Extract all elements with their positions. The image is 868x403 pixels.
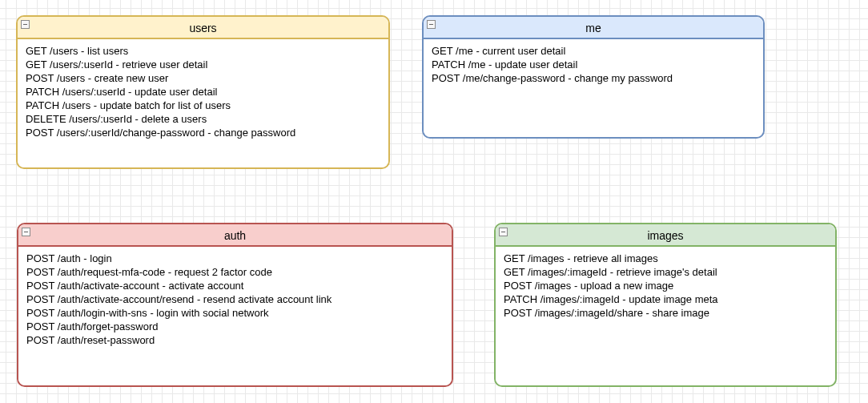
panel-me-title: me [585, 22, 601, 34]
panel-auth-body: POST /auth - login POST /auth/request-mf… [18, 247, 452, 385]
panel-me-body: GET /me - current user detail PATCH /me … [424, 39, 763, 137]
panel-images[interactable]: images GET /images - retrieve all images… [494, 223, 837, 387]
panel-images-body: GET /images - retrieve all images GET /i… [496, 247, 835, 385]
collapse-icon[interactable] [21, 20, 30, 29]
diagram-canvas[interactable]: users GET /users - list users GET /users… [0, 0, 868, 403]
panel-images-header[interactable]: images [496, 224, 835, 247]
panel-images-title: images [647, 229, 683, 242]
panel-users[interactable]: users GET /users - list users GET /users… [16, 15, 390, 169]
panel-me[interactable]: me GET /me - current user detail PATCH /… [422, 15, 765, 139]
panel-auth[interactable]: auth POST /auth - login POST /auth/reque… [17, 223, 453, 387]
collapse-icon[interactable] [427, 20, 436, 29]
collapse-icon[interactable] [22, 228, 30, 236]
panel-auth-header[interactable]: auth [18, 224, 452, 247]
panel-me-header[interactable]: me [424, 17, 763, 39]
collapse-icon[interactable] [499, 228, 508, 236]
panel-users-title: users [189, 22, 216, 34]
panel-users-body: GET /users - list users GET /users/:user… [18, 39, 388, 167]
panel-users-header[interactable]: users [18, 17, 388, 39]
panel-auth-title: auth [224, 229, 246, 242]
